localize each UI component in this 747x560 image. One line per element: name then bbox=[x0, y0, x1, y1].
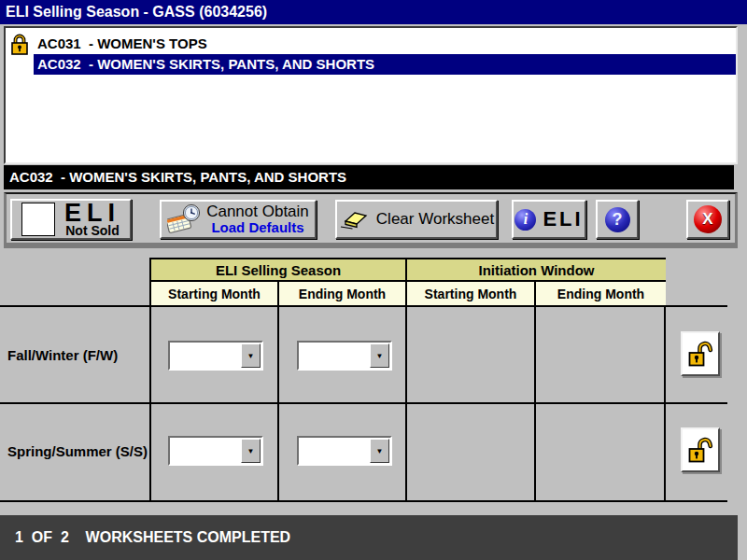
eli-info-button[interactable]: i ELI bbox=[512, 200, 586, 239]
eraser-icon bbox=[339, 209, 369, 230]
category-listbox[interactable]: AC031 - WOMEN'S TOPS AC032 - WOMEN'S SKI… bbox=[4, 26, 738, 164]
cannot-obtain-line2: Load Defaults bbox=[211, 220, 303, 235]
fw-eli-starting-month-combobox[interactable]: ▼ bbox=[168, 341, 263, 371]
question-sphere-icon: ? bbox=[605, 207, 630, 232]
column-header-init-starting-month: Starting Month bbox=[407, 282, 534, 305]
help-button[interactable]: ? bbox=[596, 200, 639, 239]
chevron-down-icon[interactable]: ▼ bbox=[370, 343, 389, 368]
status-text: 1 OF 2 WORKSHEETS COMPLETED bbox=[15, 529, 290, 546]
clear-worksheet-button[interactable]: Clear Worksheet bbox=[335, 200, 498, 239]
column-header-init-ending-month: Ending Month bbox=[536, 282, 666, 305]
column-header-eli-starting-month: Starting Month bbox=[151, 282, 277, 305]
list-item-ac032[interactable]: AC032 - WOMEN'S SKIRTS, PANTS, AND SHORT… bbox=[6, 54, 736, 75]
list-item-label: AC032 - WOMEN'S SKIRTS, PANTS, AND SHORT… bbox=[34, 54, 736, 75]
ss-eli-ending-month-combobox[interactable]: ▼ bbox=[297, 436, 392, 466]
eli-not-sold-line2: Not Sold bbox=[65, 224, 120, 237]
open-padlock-icon bbox=[688, 437, 713, 464]
worksheet-header: ELI Selling Season Initiation Window Sta… bbox=[149, 258, 666, 307]
grid-line bbox=[664, 307, 666, 500]
grid-line bbox=[149, 307, 151, 500]
list-item-label: AC031 - WOMEN'S TOPS bbox=[34, 34, 736, 54]
cannot-obtain-line1: Cannot Obtain bbox=[206, 203, 309, 220]
closed-padlock-icon bbox=[6, 34, 34, 55]
ss-row-lock-button[interactable] bbox=[681, 427, 720, 472]
white-square-icon bbox=[21, 203, 55, 236]
group-header-initiation-window: Initiation Window bbox=[407, 259, 666, 280]
close-button[interactable]: X bbox=[686, 200, 729, 239]
open-padlock-icon bbox=[688, 341, 713, 368]
keyboard-clock-icon bbox=[167, 203, 201, 235]
grid-line bbox=[277, 307, 279, 500]
cannot-obtain-button[interactable]: Cannot Obtain Load Defaults bbox=[160, 200, 317, 239]
info-sphere-icon: i bbox=[514, 209, 536, 231]
selected-category-bar: AC032 - WOMEN'S SKIRTS, PANTS, AND SHORT… bbox=[4, 165, 734, 189]
group-header-eli-selling-season: ELI Selling Season bbox=[151, 259, 405, 280]
grid-line bbox=[405, 307, 407, 500]
ss-eli-starting-month-combobox[interactable]: ▼ bbox=[168, 436, 263, 466]
toolbar: ELI Not Sold bbox=[4, 192, 738, 248]
status-bar: 1 OF 2 WORKSHEETS COMPLETED bbox=[0, 515, 738, 560]
row-label-fall-winter: Fall/Winter (F/W) bbox=[7, 347, 118, 363]
chevron-down-icon[interactable]: ▼ bbox=[370, 439, 389, 463]
chevron-down-icon[interactable]: ▼ bbox=[241, 343, 261, 368]
eli-not-sold-line1: ELI bbox=[64, 202, 120, 224]
close-x-sphere-icon: X bbox=[694, 205, 722, 233]
eli-info-label: ELI bbox=[543, 207, 583, 231]
grid-line bbox=[0, 402, 727, 404]
list-item-ac031[interactable]: AC031 - WOMEN'S TOPS bbox=[6, 34, 736, 54]
clear-worksheet-label: Clear Worksheet bbox=[376, 210, 494, 229]
fw-eli-ending-month-combobox[interactable]: ▼ bbox=[297, 341, 392, 371]
fw-row-lock-button[interactable] bbox=[681, 331, 720, 376]
grid-line bbox=[0, 500, 727, 502]
window-title: ELI Selling Season - GASS (6034256) bbox=[0, 0, 747, 24]
column-header-eli-ending-month: Ending Month bbox=[279, 282, 405, 305]
grid-line bbox=[534, 307, 536, 500]
grid-line bbox=[0, 305, 727, 307]
row-label-spring-summer: Spring/Summer (S/S) bbox=[7, 443, 148, 459]
chevron-down-icon[interactable]: ▼ bbox=[241, 439, 261, 463]
eli-not-sold-button[interactable]: ELI Not Sold bbox=[10, 199, 132, 240]
